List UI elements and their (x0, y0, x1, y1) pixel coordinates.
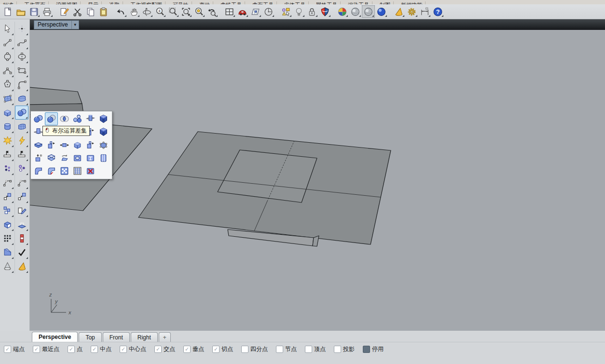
viewport-tab-right[interactable]: Right (131, 332, 158, 342)
explode-lightning-icon[interactable] (15, 134, 28, 148)
delete-hole-icon[interactable] (84, 164, 97, 177)
osnap-checkbox[interactable]: ✓ (154, 346, 162, 353)
osnap-停用[interactable]: 停用 (363, 345, 384, 353)
osnap-checkbox[interactable] (334, 346, 341, 353)
undo-view-change-icon[interactable] (206, 5, 219, 18)
box-tool-icon[interactable] (0, 106, 14, 120)
boolean-union-icon[interactable] (32, 112, 45, 125)
shaded-display-icon[interactable] (362, 5, 375, 18)
move-icon[interactable] (0, 189, 14, 203)
array-holes-round-icon[interactable] (58, 164, 71, 177)
save-file-icon[interactable] (28, 5, 41, 18)
osnap-checkbox[interactable]: ✓ (33, 346, 40, 353)
render-icon[interactable] (392, 5, 405, 18)
select-pointer-icon[interactable] (0, 22, 14, 36)
solid-tools-sphere-icon[interactable] (15, 106, 28, 120)
osnap-checkbox[interactable]: ✓ (183, 346, 191, 353)
surface-3-4-points-icon[interactable] (0, 92, 14, 106)
options-gear-icon[interactable] (405, 5, 418, 18)
toolbar-tab-strip[interactable]: 标准工作平面设置视图显示选取工作视窗配置可见性变动曲线工具曲面工具实体工具网格工… (0, 0, 605, 4)
hide-objects-icon[interactable] (292, 5, 305, 18)
copy-array-icon[interactable] (0, 203, 14, 217)
osnap-checkbox[interactable]: ✓ (4, 346, 11, 353)
osnap-投影[interactable]: 投影 (334, 345, 355, 353)
check-objects-icon[interactable] (15, 245, 28, 259)
viewport-tab-top[interactable]: Top (79, 332, 101, 342)
scene-canvas[interactable]: zyx (30, 30, 605, 331)
scale-icon[interactable] (15, 189, 28, 203)
dimension-icon[interactable] (418, 5, 431, 18)
layer-manager-icon[interactable] (318, 5, 331, 18)
cage-edit-icon[interactable] (97, 138, 110, 151)
zoom-extents-icon[interactable] (179, 5, 192, 18)
cone-tool-icon[interactable] (0, 259, 14, 273)
point-cloud-icon[interactable] (0, 162, 14, 175)
osnap-checkbox[interactable] (241, 346, 248, 353)
osnap-checkbox[interactable]: ✓ (120, 346, 127, 353)
paste-icon[interactable] (97, 5, 110, 18)
pan-view-icon[interactable] (127, 5, 140, 18)
circle-tool-icon[interactable] (0, 50, 14, 64)
osnap-checkbox[interactable] (276, 346, 283, 353)
zoom-dynamic-icon[interactable]: ± (153, 5, 166, 18)
pipe-hole-icon[interactable] (97, 151, 110, 164)
osnap-切点[interactable]: ✓切点 (212, 345, 233, 353)
osnap-checkbox[interactable] (363, 346, 370, 353)
plane-edit-icon[interactable] (15, 203, 28, 217)
dimension-flag-icon[interactable] (0, 148, 14, 162)
extrude-to-boundary-icon[interactable] (84, 138, 97, 151)
freeform-curve-icon[interactable] (15, 36, 28, 50)
osnap-端点[interactable]: ✓端点 (4, 345, 25, 353)
display-options-icon[interactable] (336, 5, 349, 18)
extrude-both-sides-icon[interactable] (58, 138, 71, 151)
extrude-normal-icon[interactable] (32, 151, 45, 164)
undo-icon[interactable] (114, 5, 127, 18)
extract-surface-icon[interactable] (84, 112, 97, 125)
viewport-title-menu[interactable]: Perspective ▼ (34, 20, 79, 29)
points-colored-icon[interactable] (15, 162, 28, 175)
boolean-intersection-icon[interactable] (58, 112, 71, 125)
network-surface-icon[interactable] (15, 120, 28, 134)
place-hole-icon[interactable] (84, 151, 97, 164)
add-viewport-tab[interactable]: + (159, 332, 171, 342)
viewport-tab-front[interactable]: Front (103, 332, 130, 342)
rectangle-tool-icon[interactable] (15, 64, 28, 78)
convert-to-solid-icon[interactable] (97, 125, 110, 138)
extrude-straight-icon[interactable] (45, 138, 58, 151)
blend-edge-icon[interactable] (45, 164, 58, 177)
wireframe-display-icon[interactable] (349, 5, 362, 18)
extrude-tapered-icon[interactable] (71, 138, 84, 151)
fillet-edge-icon[interactable] (32, 164, 45, 177)
curve-edit-icon[interactable] (0, 175, 14, 189)
chevron-down-icon[interactable]: ▼ (71, 21, 79, 29)
rendered-display-icon[interactable] (375, 5, 388, 18)
osnap-四分点[interactable]: 四分点 (241, 345, 268, 353)
slab-icon[interactable] (32, 138, 45, 151)
zoom-selected-icon[interactable] (192, 5, 206, 18)
edit-properties-icon[interactable] (58, 5, 71, 18)
osnap-顶点[interactable]: 顶点 (305, 345, 326, 353)
emission-plane-icon[interactable] (15, 217, 28, 231)
osnap-checkbox[interactable]: ✓ (68, 346, 75, 353)
open-file-icon[interactable] (14, 5, 28, 18)
explode-icon[interactable] (0, 134, 14, 148)
boolean-split-icon[interactable] (71, 112, 84, 125)
copy-icon[interactable] (84, 5, 97, 18)
osnap-checkbox[interactable] (305, 346, 312, 353)
boolean-difference-icon[interactable] (45, 112, 58, 125)
named-view-icon[interactable] (236, 5, 249, 18)
annotate-icon[interactable] (15, 148, 28, 162)
extract-face-icon[interactable] (0, 217, 14, 231)
arc-tool-icon[interactable] (0, 64, 14, 78)
patch-surface-icon[interactable] (15, 92, 28, 106)
osnap-中点[interactable]: ✓中点 (91, 345, 111, 353)
wedge-icon[interactable] (0, 245, 14, 259)
render-cone-icon[interactable] (15, 259, 28, 273)
round-hole-icon[interactable] (71, 151, 84, 164)
line-tool-icon[interactable] (0, 36, 14, 50)
viewport-layout-icon[interactable] (223, 5, 236, 18)
osnap-checkbox[interactable]: ✓ (91, 346, 98, 353)
osnap-垂点[interactable]: ✓垂点 (183, 345, 204, 353)
shell-icon[interactable] (45, 151, 58, 164)
osnap-交点[interactable]: ✓交点 (154, 345, 175, 353)
